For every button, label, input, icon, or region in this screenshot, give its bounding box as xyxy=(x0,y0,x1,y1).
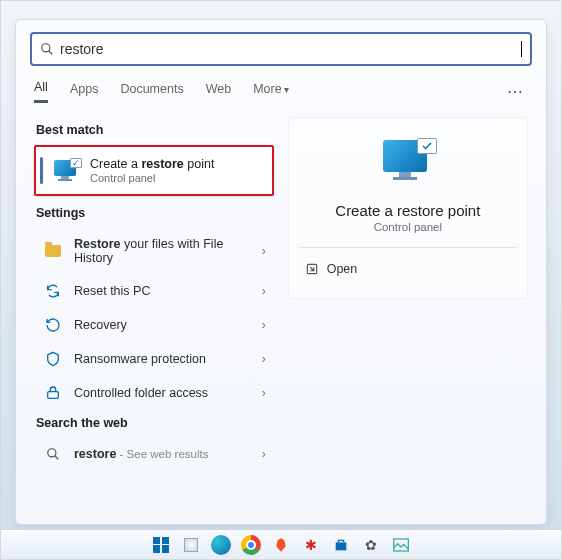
preview-pane: Create a restore point Control panel Ope… xyxy=(276,103,546,524)
shield-icon xyxy=(42,351,64,367)
bm-title-pre: Create a xyxy=(90,157,141,171)
chevron-right-icon: › xyxy=(262,318,266,332)
brave-icon[interactable] xyxy=(271,535,291,555)
chevron-right-icon: › xyxy=(262,244,266,258)
svg-point-0 xyxy=(42,44,50,52)
windows-icon xyxy=(153,537,169,553)
best-match-item[interactable]: ✓ Create a restore point Control panel xyxy=(34,145,274,196)
svg-rect-2 xyxy=(48,392,59,399)
bm-title-post: point xyxy=(184,157,215,171)
search-bar[interactable]: restore xyxy=(30,32,532,66)
text-caret xyxy=(521,41,522,57)
store-icon[interactable] xyxy=(331,535,351,555)
svg-point-3 xyxy=(48,449,56,457)
history-icon xyxy=(42,245,64,257)
settings-item-folder-access[interactable]: Controlled folder access › xyxy=(34,376,274,410)
search-input-text[interactable]: restore xyxy=(60,41,521,57)
tab-more[interactable]: More▾ xyxy=(253,82,288,102)
lock-icon xyxy=(42,385,64,401)
chevron-right-icon: › xyxy=(262,447,266,461)
settings-item-file-history[interactable]: Restore your files with File History › xyxy=(34,228,274,274)
web-dim: - See web results xyxy=(116,448,208,460)
reset-label: Reset this PC xyxy=(74,284,262,298)
divider xyxy=(299,247,517,248)
chevron-down-icon: ▾ xyxy=(284,84,289,95)
preview-subtitle: Control panel xyxy=(299,221,517,233)
reset-icon xyxy=(42,283,64,299)
restore-point-icon: ✓ xyxy=(54,160,80,182)
photos-icon[interactable] xyxy=(391,535,411,555)
taskbar-app-1[interactable] xyxy=(181,535,201,555)
web-result-restore[interactable]: restore - See web results › xyxy=(34,438,274,470)
tab-all[interactable]: All xyxy=(34,80,48,103)
chevron-right-icon: › xyxy=(262,284,266,298)
results-body: Best match ✓ Create a restore point Cont… xyxy=(16,103,546,524)
preview-card: Create a restore point Control panel Ope… xyxy=(288,117,528,299)
taskbar: ✱ ✿ xyxy=(1,529,561,559)
search-icon xyxy=(42,447,64,461)
chevron-right-icon: › xyxy=(262,386,266,400)
restore-point-icon-large xyxy=(383,140,433,184)
svg-line-1 xyxy=(49,51,53,55)
ransomware-label: Ransomware protection xyxy=(74,352,262,366)
open-label: Open xyxy=(327,262,358,276)
section-best-match: Best match xyxy=(36,123,274,137)
settings-item-recovery[interactable]: Recovery › xyxy=(34,308,274,342)
selection-indicator xyxy=(40,157,43,184)
recovery-icon xyxy=(42,317,64,333)
svg-line-4 xyxy=(55,456,59,460)
section-settings: Settings xyxy=(36,206,274,220)
chevron-right-icon: › xyxy=(262,352,266,366)
tab-documents[interactable]: Documents xyxy=(120,82,183,102)
settings-icon[interactable]: ✿ xyxy=(361,535,381,555)
best-match-text: Create a restore point Control panel xyxy=(90,157,214,184)
recovery-label: Recovery xyxy=(74,318,262,332)
start-search-window: restore All Apps Documents Web More▾ ⋯ B… xyxy=(15,19,547,525)
bm-subtitle: Control panel xyxy=(90,172,214,184)
section-search-web: Search the web xyxy=(36,416,274,430)
open-icon xyxy=(305,262,327,276)
folder-access-label: Controlled folder access xyxy=(74,386,262,400)
settings-item-ransomware[interactable]: Ransomware protection › xyxy=(34,342,274,376)
results-list: Best match ✓ Create a restore point Cont… xyxy=(16,103,276,524)
tab-web[interactable]: Web xyxy=(206,82,231,102)
preview-title: Create a restore point xyxy=(299,202,517,219)
generic-app-icon xyxy=(184,538,198,552)
edge-icon[interactable] xyxy=(211,535,231,555)
extension-icon[interactable]: ✱ xyxy=(301,535,321,555)
overflow-menu-button[interactable]: ⋯ xyxy=(507,82,528,101)
settings-item-reset-pc[interactable]: Reset this PC › xyxy=(34,274,274,308)
chrome-icon[interactable] xyxy=(241,535,261,555)
search-icon xyxy=(40,42,54,56)
web-bold: restore xyxy=(74,447,116,461)
bm-title-bold: restore xyxy=(141,157,183,171)
filter-tabs: All Apps Documents Web More▾ ⋯ xyxy=(16,72,546,103)
start-button[interactable] xyxy=(151,535,171,555)
open-action[interactable]: Open xyxy=(299,254,517,284)
fh-bold: Restore xyxy=(74,237,121,251)
tab-more-label: More xyxy=(253,82,281,96)
search-bar-container: restore xyxy=(16,20,546,72)
tab-apps[interactable]: Apps xyxy=(70,82,99,102)
